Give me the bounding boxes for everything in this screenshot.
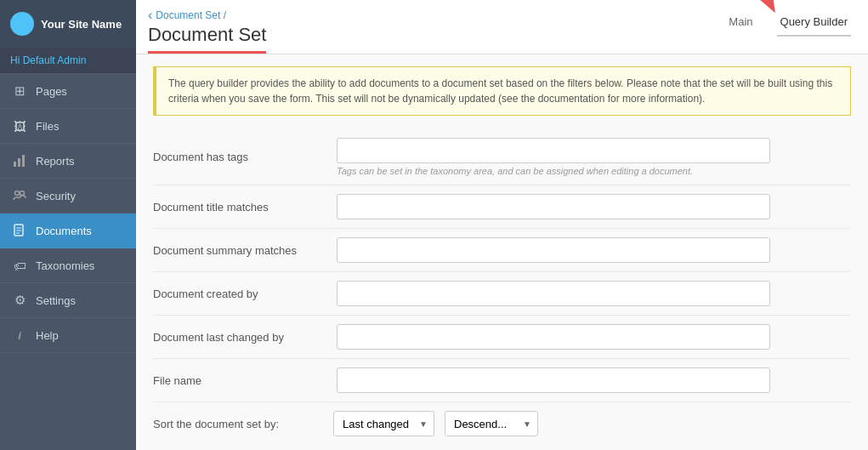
page-header: ‹ Document Set / Document Set Main bbox=[136, 0, 868, 54]
sidebar-item-settings[interactable]: ⚙ Settings bbox=[0, 283, 136, 318]
sort-select-wrap: Last changed Title Created ▼ bbox=[333, 411, 434, 436]
sidebar-label-taxonomies: Taxonomies bbox=[36, 259, 94, 272]
sidebar-label-settings: Settings bbox=[36, 294, 76, 307]
field-wrap-title bbox=[337, 194, 851, 219]
svg-point-3 bbox=[15, 191, 20, 196]
security-icon bbox=[12, 188, 27, 203]
form-row-filename: File name bbox=[153, 359, 851, 402]
input-summary[interactable] bbox=[337, 237, 770, 263]
sidebar-logo: Your Site Name bbox=[0, 0, 136, 48]
sidebar-label-security: Security bbox=[36, 190, 76, 202]
label-created-by: Document created by bbox=[153, 288, 323, 300]
sidebar-item-documents[interactable]: Documents bbox=[0, 214, 136, 248]
sidebar-item-pages[interactable]: ⊞ Pages bbox=[0, 74, 136, 109]
label-summary: Document summary matches bbox=[153, 244, 323, 257]
page-title: Document Set bbox=[148, 24, 266, 54]
form-row-title: Document title matches bbox=[153, 185, 851, 229]
sidebar-label-documents: Documents bbox=[36, 225, 92, 237]
info-box: The query builder provides the ability t… bbox=[153, 66, 851, 116]
input-created-by[interactable] bbox=[337, 281, 770, 306]
header-tabs: Main Query Builder bbox=[725, 9, 851, 37]
label-filename: File name bbox=[153, 374, 323, 387]
field-wrap-tags: Tags can be set in the taxonomy area, an… bbox=[337, 138, 851, 176]
settings-icon: ⚙ bbox=[12, 293, 27, 308]
tab-query-builder[interactable]: Query Builder bbox=[777, 9, 851, 37]
tab-query-builder-label: Query Builder bbox=[780, 15, 848, 28]
sidebar-item-taxonomies[interactable]: 🏷 Taxonomies bbox=[0, 248, 136, 283]
input-title[interactable] bbox=[337, 194, 770, 219]
sidebar-item-files[interactable]: 🖼 Files bbox=[0, 109, 136, 144]
content-area: The query builder provides the ability t… bbox=[136, 54, 868, 450]
back-button[interactable]: ‹ bbox=[148, 9, 152, 22]
sidebar-item-reports[interactable]: Reports bbox=[0, 144, 136, 179]
tab-main[interactable]: Main bbox=[725, 9, 756, 37]
svg-rect-1 bbox=[18, 158, 20, 167]
form-row-sort: Sort the document set by: Last changed T… bbox=[153, 402, 851, 445]
main-content: ‹ Document Set / Document Set Main bbox=[136, 0, 868, 450]
field-wrap-filename bbox=[337, 367, 851, 393]
form-row-summary: Document summary matches bbox=[153, 229, 851, 272]
sidebar-label-files: Files bbox=[36, 120, 59, 133]
sort-by-select[interactable]: Last changed Title Created bbox=[333, 411, 434, 436]
input-filename[interactable] bbox=[337, 367, 770, 393]
svg-point-4 bbox=[20, 191, 25, 196]
site-name: Your Site Name bbox=[41, 18, 122, 31]
sidebar-label-help: Help bbox=[36, 329, 59, 342]
username: Default Admin bbox=[23, 54, 87, 66]
sidebar-label-reports: Reports bbox=[36, 155, 75, 168]
help-icon: i bbox=[12, 328, 27, 343]
field-wrap-summary bbox=[337, 237, 851, 263]
sort-order-select[interactable]: Descend... Ascend... bbox=[445, 411, 538, 436]
field-wrap-last-changed-by bbox=[337, 324, 851, 350]
files-icon: 🖼 bbox=[12, 118, 27, 134]
sidebar-nav: ⊞ Pages 🖼 Files Reports Security Documen… bbox=[0, 74, 136, 450]
label-sort: Sort the document set by: bbox=[153, 418, 323, 430]
sidebar-item-security[interactable]: Security bbox=[0, 179, 136, 214]
form-row-tags: Document has tags Tags can be set in the… bbox=[153, 129, 851, 185]
breadcrumb: Document Set / bbox=[156, 9, 226, 21]
sidebar-user: Hi Default Admin bbox=[0, 48, 136, 74]
info-box-text: The query builder provides the ability t… bbox=[168, 77, 832, 105]
sort-order-wrap: Descend... Ascend... ▼ bbox=[445, 411, 538, 436]
breadcrumb-parent: Document Set / bbox=[156, 9, 226, 21]
label-title: Document title matches bbox=[153, 201, 323, 214]
input-tags[interactable] bbox=[337, 138, 770, 163]
header-left: ‹ Document Set / Document Set bbox=[148, 9, 266, 54]
sidebar-item-help[interactable]: i Help bbox=[0, 318, 136, 353]
reports-icon bbox=[12, 153, 27, 168]
documents-icon bbox=[12, 223, 27, 238]
site-logo-icon bbox=[10, 12, 34, 36]
form-row-last-changed-by: Document last changed by bbox=[153, 316, 851, 359]
svg-rect-2 bbox=[22, 155, 25, 167]
form-row-created-by: Document created by bbox=[153, 272, 851, 316]
taxonomies-icon: 🏷 bbox=[12, 258, 27, 273]
input-last-changed-by[interactable] bbox=[337, 324, 770, 350]
svg-rect-0 bbox=[14, 162, 16, 167]
tab-main-label: Main bbox=[729, 15, 752, 28]
field-wrap-created-by bbox=[337, 281, 851, 306]
user-greeting: Hi bbox=[10, 54, 23, 66]
sidebar: Your Site Name Hi Default Admin ⊞ Pages … bbox=[0, 0, 136, 450]
label-last-changed-by: Document last changed by bbox=[153, 331, 323, 344]
pages-icon: ⊞ bbox=[12, 83, 27, 99]
sidebar-label-pages: Pages bbox=[36, 85, 67, 98]
label-tags: Document has tags bbox=[153, 151, 323, 163]
hint-tags: Tags can be set in the taxonomy area, an… bbox=[337, 166, 851, 176]
